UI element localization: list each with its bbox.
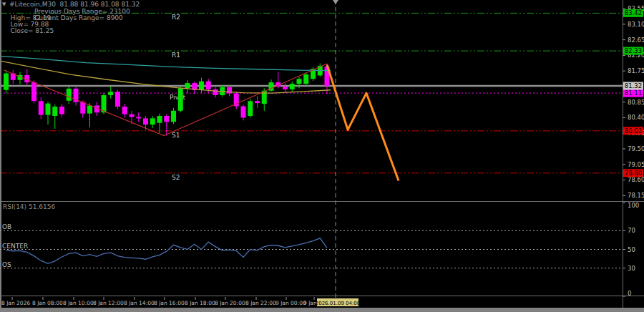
- time-label: 8 Jan 2026: [1, 300, 30, 306]
- time-marker-vline[interactable]: [333, 0, 338, 308]
- price-badge-r1-text: 82.33: [625, 47, 642, 54]
- price-badge-s1-text: 80.02: [625, 127, 642, 135]
- rsi-pane: OBCENTEROS1007050300: [0, 202, 639, 297]
- pivot-levels: R2R1PivotS1S2: [0, 13, 623, 180]
- chart-canvas[interactable]: R2R1PivotS1S283.5583.1082.6582.2081.7580…: [0, 0, 644, 312]
- candle-body: [157, 116, 162, 123]
- price-tick-label: 79.05: [628, 161, 644, 168]
- candle-body: [178, 88, 183, 110]
- price-tick-label: 82.65: [628, 36, 644, 44]
- daily-close-label: Close= 81.25: [10, 27, 54, 34]
- mt4-chart-window: R2R1PivotS1S283.5583.1082.6582.2081.7580…: [0, 0, 644, 312]
- rsi-tick-label: 100: [628, 202, 639, 209]
- candle-body: [297, 79, 302, 84]
- candle-body: [80, 102, 85, 114]
- time-label: 8 Jan 08:00: [32, 300, 63, 306]
- time-label: 8 Jan 10:00: [63, 300, 94, 306]
- rsi-tick-label: 50: [628, 246, 635, 253]
- rsi-tick-label: 30: [628, 265, 635, 272]
- candle-body: [199, 82, 204, 90]
- time-label: 8 Jan 22:00: [245, 300, 276, 306]
- price-badge-s2-text: 78.80: [625, 170, 642, 177]
- time-label: 8 Jan 16:00: [154, 300, 185, 306]
- candle-body: [87, 106, 92, 114]
- curr-range-label: Current Days Range= 8900: [34, 15, 123, 21]
- candle-body: [241, 106, 246, 117]
- price-tick-label: 80.85: [628, 99, 644, 106]
- candle-body: [59, 107, 64, 114]
- candle-body: [108, 92, 113, 95]
- pane-borders: [0, 0, 644, 312]
- window-bottom-edge: [0, 308, 644, 312]
- rsi-line: [6, 238, 328, 264]
- ma-yellow-line: [0, 61, 331, 93]
- candle-body: [303, 74, 308, 84]
- rsi-tick-label: 70: [628, 227, 635, 234]
- rsi-tick-label: 0: [628, 290, 631, 297]
- price-tick-label: 79.50: [628, 145, 644, 152]
- candlesticks: [4, 64, 330, 136]
- candle-body: [31, 82, 36, 101]
- level-label-r2: R2: [172, 14, 180, 21]
- rsi-indicator-label: RSI(14) 51.6156: [3, 204, 55, 210]
- candle-body: [227, 87, 232, 94]
- candle-body: [171, 111, 176, 122]
- candle-body: [213, 89, 218, 95]
- info-row-close: Close= 81.25: [2, 21, 54, 41]
- candle-body: [164, 116, 169, 122]
- candle-body: [143, 118, 148, 125]
- candle-body: [46, 104, 51, 115]
- candle-body: [115, 92, 120, 107]
- price-badge-current-text: 81.32: [625, 82, 642, 89]
- level-label-s1: S1: [172, 132, 180, 139]
- candle-body: [255, 101, 260, 103]
- candle-body: [248, 101, 253, 116]
- price-tick-label: 78.60: [628, 176, 644, 183]
- forecast-projection-line[interactable]: [327, 64, 399, 180]
- level-label-r1: R1: [172, 52, 180, 59]
- price-tick-label: 80.40: [628, 114, 644, 121]
- rsi-level-label-os: OS: [2, 261, 11, 268]
- price-tick-label: 83.10: [628, 21, 644, 28]
- candle-body: [185, 83, 190, 88]
- candle-body: [67, 89, 72, 101]
- candle-body: [122, 107, 127, 114]
- time-label: 9 Jan 00:00: [275, 300, 306, 306]
- symbol-dropdown-arrow[interactable]: ▼: [2, 1, 6, 7]
- candle-body: [136, 117, 141, 118]
- candle-body: [52, 107, 57, 116]
- symbol-ohlc-line: #Litecoin,M30 81.88 81.96 81.08 81.32: [9, 1, 140, 8]
- price-badge-pivot-text: 81.11: [625, 89, 642, 97]
- rsi-level-label-center: CENTER: [2, 243, 28, 250]
- level-label-s2: S2: [172, 174, 180, 181]
- price-badge-r2-text: 83.42: [625, 9, 642, 16]
- window-left-edge: [0, 0, 1, 308]
- candle-body: [4, 74, 9, 90]
- time-label: 8 Jan 20:00: [215, 300, 245, 306]
- candle-body: [130, 114, 135, 117]
- time-label: 8 Jan 14:00: [124, 300, 155, 306]
- time-axis: 8 Jan 20268 Jan 08:008 Jan 10:008 Jan 12…: [1, 297, 360, 306]
- time-label: 8 Jan 18:00: [185, 300, 215, 306]
- price-axis: 83.5583.1082.6582.2081.7580.8580.4079.95…: [623, 5, 644, 199]
- candle-body: [290, 84, 295, 89]
- price-tick-label: 78.15: [628, 192, 644, 199]
- rsi-level-label-ob: OB: [2, 223, 11, 230]
- candle-body: [206, 82, 211, 89]
- vline-top-marker: [333, 0, 338, 4]
- candle-body: [150, 118, 155, 125]
- ma-cyan-line: [0, 56, 331, 70]
- time-label: 8 Jan 12:00: [93, 300, 124, 306]
- time-marker-badge-text: 2026.01.09 04:00: [316, 301, 360, 306]
- level-label-pivot: Pivot: [170, 94, 186, 101]
- candle-body: [283, 87, 288, 89]
- candle-body: [39, 101, 44, 114]
- price-tick-label: 81.75: [628, 67, 644, 74]
